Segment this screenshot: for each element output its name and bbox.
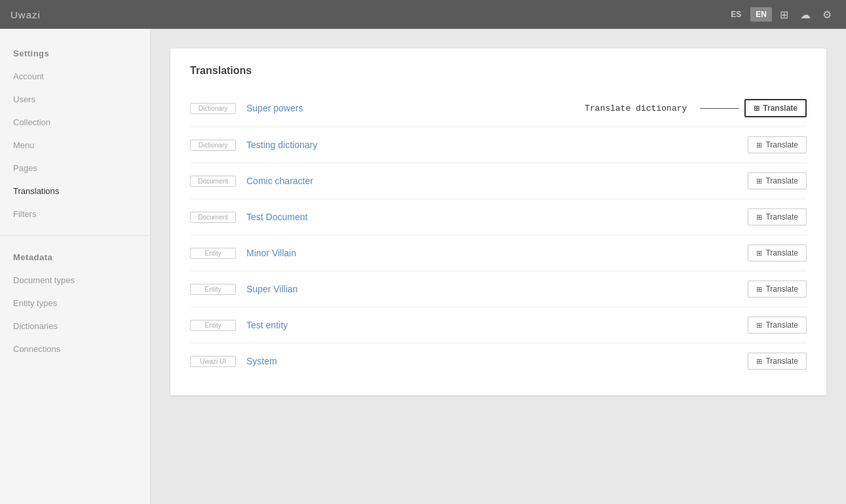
lang-en-button[interactable]: EN xyxy=(750,7,772,22)
translate-icon: ⊞ xyxy=(756,177,762,185)
sidebar-item-collection[interactable]: Collection xyxy=(0,111,150,134)
type-badge: Entity xyxy=(190,320,236,331)
translate-btn-label: Translate xyxy=(765,320,798,330)
sidebar-item-dictionaries[interactable]: Dictionaries xyxy=(0,315,150,338)
type-badge: Uwazi UI xyxy=(190,356,236,367)
sidebar-item-account[interactable]: Account xyxy=(0,65,150,88)
translation-name[interactable]: Super powers xyxy=(246,103,585,113)
sidebar-divider xyxy=(0,235,150,236)
type-badge: Entity xyxy=(190,284,236,295)
translate-btn-label: Translate xyxy=(763,104,798,113)
grid-icon-button[interactable]: ⊞ xyxy=(776,6,792,24)
nav-actions: ES EN ⊞ ☁ ⚙ xyxy=(725,6,836,24)
translate-btn-label: Translate xyxy=(765,140,798,149)
table-row: DictionarySuper powersTranslate dictiona… xyxy=(190,90,807,127)
top-navigation: Uwazi ES EN ⊞ ☁ ⚙ xyxy=(0,0,846,29)
type-badge: Document xyxy=(190,212,236,223)
type-badge: Document xyxy=(190,176,236,187)
sidebar-item-filters[interactable]: Filters xyxy=(0,203,150,225)
sidebar-item-menu[interactable]: Menu xyxy=(0,134,150,157)
translate-button[interactable]: ⊞Translate xyxy=(744,99,807,117)
sidebar-item-users[interactable]: Users xyxy=(0,88,150,111)
translate-icon: ⊞ xyxy=(756,249,762,258)
app-logo: Uwazi xyxy=(10,9,725,20)
translate-btn-label: Translate xyxy=(765,248,798,258)
translate-button[interactable]: ⊞Translate xyxy=(748,136,807,153)
translate-btn-label: Translate xyxy=(765,212,798,222)
translation-name[interactable]: Super Villian xyxy=(246,284,748,294)
translate-btn-label: Translate xyxy=(765,357,798,366)
table-row: DocumentComic character⊞Translate xyxy=(190,163,807,199)
translate-icon: ⊞ xyxy=(754,104,759,113)
translations-card: Translations DictionarySuper powersTrans… xyxy=(170,48,826,395)
translate-icon: ⊞ xyxy=(756,213,762,222)
table-row: DictionaryTesting dictionary⊞Translate xyxy=(190,127,807,163)
translate-button[interactable]: ⊞Translate xyxy=(748,172,807,189)
translation-name[interactable]: Testing dictionary xyxy=(246,140,748,150)
translate-icon: ⊞ xyxy=(756,141,762,149)
translation-name[interactable]: System xyxy=(246,356,748,366)
main-layout: Settings Account Users Collection Menu P… xyxy=(0,29,846,504)
type-badge: Entity xyxy=(190,248,236,259)
translation-name[interactable]: Comic character xyxy=(246,176,748,186)
translate-button[interactable]: ⊞Translate xyxy=(748,281,807,298)
translation-name[interactable]: Test entity xyxy=(246,320,748,330)
translate-button[interactable]: ⊞Translate xyxy=(748,317,807,334)
type-badge: Dictionary xyxy=(190,140,236,151)
table-row: Uwazi UISystem⊞Translate xyxy=(190,343,807,379)
metadata-section-title: Metadata xyxy=(0,246,150,269)
callout-line xyxy=(700,108,739,109)
translate-icon: ⊞ xyxy=(756,285,762,294)
sidebar-item-entity-types[interactable]: Entity types xyxy=(0,292,150,315)
sidebar-item-connections[interactable]: Connections xyxy=(0,338,150,360)
table-row: EntityMinor Villain⊞Translate xyxy=(190,235,807,271)
callout-wrapper: Translate dictionary⊞Translate xyxy=(585,99,807,117)
table-row: EntitySuper Villian⊞Translate xyxy=(190,271,807,307)
callout-label: Translate dictionary xyxy=(585,104,687,113)
sidebar-item-pages[interactable]: Pages xyxy=(0,157,150,180)
translate-button[interactable]: ⊞Translate xyxy=(748,208,807,225)
translate-button[interactable]: ⊞Translate xyxy=(748,353,807,370)
translation-list: DictionarySuper powersTranslate dictiona… xyxy=(190,90,807,379)
main-content: Translations DictionarySuper powersTrans… xyxy=(151,29,846,504)
sidebar: Settings Account Users Collection Menu P… xyxy=(0,29,151,504)
translate-btn-label: Translate xyxy=(765,176,798,185)
lang-es-button[interactable]: ES xyxy=(725,7,746,22)
sidebar-item-translations[interactable]: Translations xyxy=(0,180,150,203)
table-row: EntityTest entity⊞Translate xyxy=(190,307,807,343)
cloud-icon-button[interactable]: ☁ xyxy=(796,6,815,24)
translate-icon: ⊞ xyxy=(756,321,762,330)
translation-name[interactable]: Minor Villain xyxy=(246,248,748,258)
page-title: Translations xyxy=(190,65,807,77)
sidebar-item-document-types[interactable]: Document types xyxy=(0,269,150,292)
type-badge: Dictionary xyxy=(190,103,236,114)
settings-section-title: Settings xyxy=(0,48,150,65)
translate-btn-label: Translate xyxy=(765,284,798,294)
translate-button[interactable]: ⊞Translate xyxy=(748,244,807,262)
translate-icon: ⊞ xyxy=(756,357,762,366)
translation-name[interactable]: Test Document xyxy=(246,212,748,222)
table-row: DocumentTest Document⊞Translate xyxy=(190,199,807,235)
gear-icon-button[interactable]: ⚙ xyxy=(818,6,836,24)
